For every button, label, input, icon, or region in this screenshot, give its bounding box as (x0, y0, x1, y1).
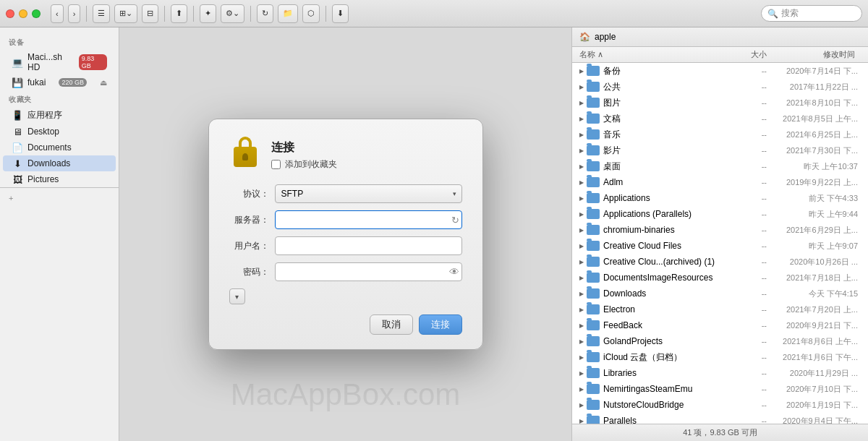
folder-action-button[interactable]: 📁 (278, 4, 298, 23)
table-row[interactable]: ▶ FeedBack -- 2020年9月21日 下... (572, 317, 868, 333)
protocol-select[interactable]: SFTP FTP FTPS WebDAV AFP SMB (275, 184, 462, 203)
file-modified: 2020年10月26日 ... (767, 257, 861, 267)
sidebar-item-desktop[interactable]: 🖥 Desktop (3, 124, 116, 140)
file-name: Parallels (603, 416, 723, 424)
protocol-row: 协议： SFTP FTP FTPS WebDAV AFP SMB (229, 184, 462, 203)
dialog-buttons: 取消 连接 (229, 314, 462, 335)
file-panel-columns: 名称 ∧ 大小 修改时间 (572, 47, 868, 63)
file-size: -- (723, 321, 767, 330)
table-row[interactable]: ▶ Downloads -- 今天 下午4:15 (572, 286, 868, 301)
table-row[interactable]: ▶ GolandProjects -- 2021年8月6日 上午... (572, 333, 868, 349)
table-row[interactable]: ▶ 桌面 -- 昨天 上午10:37 (572, 158, 868, 174)
search-box[interactable]: 🔍 搜索 (761, 5, 862, 22)
sidebar-item-downloads[interactable]: ⬇ Downloads (3, 155, 116, 171)
folder-icon (587, 145, 600, 155)
table-row[interactable]: ▶ iCloud 云盘（归档） -- 2021年1月6日 下午... (572, 349, 868, 365)
back-button[interactable]: ‹ (51, 4, 64, 23)
file-modified: 2020年7月14日 下... (767, 66, 861, 77)
forward-button[interactable]: › (68, 4, 81, 23)
file-modified: 2020年9月21日 下... (767, 320, 861, 331)
table-row[interactable]: ▶ Libraries -- 2020年11月29日 ... (572, 365, 868, 381)
expand-arrow: ▶ (579, 243, 587, 249)
settings-button[interactable]: ⚙⌄ (221, 4, 244, 23)
share-button[interactable]: ⬆ (171, 4, 187, 23)
sync-button[interactable]: ↻ (257, 4, 273, 23)
add-sidebar-item[interactable]: + (0, 187, 119, 208)
cancel-button[interactable]: 取消 (370, 314, 413, 335)
expand-arrow: ▶ (579, 338, 587, 345)
dialog-checkbox-row: 添加到收藏夹 (271, 158, 337, 171)
expand-arrow: ▶ (579, 179, 587, 186)
folder-icon (587, 368, 600, 378)
tags-button[interactable]: ✦ (200, 4, 216, 23)
table-row[interactable]: ▶ Adlm -- 2019年9月22日 上... (572, 174, 868, 190)
eject-icon[interactable]: ⏏ (100, 78, 107, 87)
file-size: -- (723, 401, 767, 409)
file-panel-footer: 41 项，9.83 GB 可用 (572, 424, 868, 441)
file-name: Applications (603, 193, 723, 203)
pictures-icon: 🖼 (12, 174, 23, 185)
sidebar-item-pictures[interactable]: 🖼 Pictures (3, 171, 116, 187)
traffic-lights (6, 9, 41, 18)
table-row[interactable]: ▶ Applications (Parallels) -- 昨天 上午9:44 (572, 206, 868, 222)
table-row[interactable]: ▶ NemirtingasSteamEmu -- 2020年7月10日 下... (572, 381, 868, 397)
password-row: 密码： 👁 (229, 262, 462, 281)
separator-5 (326, 6, 326, 22)
table-row[interactable]: ▶ Parallels -- 2020年9月4日 下午... (572, 413, 868, 424)
expand-button[interactable]: ▾ (229, 288, 245, 304)
file-name: 音乐 (603, 129, 723, 141)
file-modified: 2020年11月29日 ... (767, 368, 861, 379)
file-name: Creative Clou...(archived) (1) (603, 257, 723, 267)
col-name-header[interactable]: 名称 ∧ (579, 49, 723, 60)
file-modified: 昨天 上午10:37 (767, 161, 861, 172)
col-sort-arrow: ∧ (597, 50, 603, 59)
table-row[interactable]: ▶ 备份 -- 2020年7月14日 下... (572, 63, 868, 79)
table-row[interactable]: ▶ 图片 -- 2021年8月10日 下... (572, 95, 868, 111)
server-input[interactable] (275, 210, 462, 229)
sidebar-item-label: Maci...sh HD (27, 52, 75, 72)
table-row[interactable]: ▶ 文稿 -- 2021年8月5日 上午... (572, 111, 868, 127)
file-name: 文稿 (603, 113, 723, 125)
username-input[interactable] (275, 236, 462, 255)
view-columns-button[interactable]: ⊞⌄ (114, 4, 137, 23)
table-row[interactable]: ▶ Creative Cloud Files -- 昨天 上午9:07 (572, 238, 868, 254)
view-list-button[interactable]: ☰ (93, 4, 110, 23)
add-to-favorites-checkbox[interactable] (271, 160, 281, 169)
refresh-icon[interactable]: ↻ (451, 215, 459, 226)
sidebar-item-apps[interactable]: 📱 应用程序 (3, 107, 116, 124)
sidebar-item-documents[interactable]: 📄 Documents (3, 140, 116, 155)
table-row[interactable]: ▶ DocumentsImageResources -- 2021年7月18日 … (572, 270, 868, 286)
table-row[interactable]: ▶ Electron -- 2021年7月20日 上... (572, 301, 868, 317)
minimize-button[interactable] (19, 9, 27, 18)
file-size: -- (723, 369, 767, 377)
view-gallery-button[interactable]: ⊟ (142, 4, 158, 23)
table-row[interactable]: ▶ 音乐 -- 2021年6月25日 上... (572, 127, 868, 142)
table-row[interactable]: ▶ Creative Clou...(archived) (1) -- 2020… (572, 254, 868, 270)
download-button[interactable]: ⬇ (332, 4, 349, 23)
table-row[interactable]: ▶ NutstoreCloudBridge -- 2020年1月19日 下... (572, 397, 868, 413)
action2-button[interactable]: ⬡ (302, 4, 320, 23)
file-name: 影片 (603, 145, 723, 157)
table-row[interactable]: ▶ 影片 -- 2021年7月30日 下... (572, 142, 868, 158)
maximize-button[interactable] (32, 9, 41, 18)
password-input[interactable] (275, 262, 462, 281)
username-input-wrap (275, 236, 462, 255)
file-panel-title: apple (595, 32, 616, 42)
documents-icon: 📄 (12, 142, 23, 153)
table-row[interactable]: ▶ 公共 -- 2017年11月22日 ... (572, 79, 868, 95)
file-size: -- (723, 162, 767, 171)
close-button[interactable] (6, 9, 14, 18)
col-size-header[interactable]: 大小 (723, 49, 767, 60)
connect-button[interactable]: 连接 (419, 314, 462, 335)
folder-icon (587, 288, 600, 299)
col-modified-header[interactable]: 修改时间 (767, 49, 861, 60)
table-row[interactable]: ▶ chromium-binaries -- 2021年6月29日 上... (572, 222, 868, 238)
sidebar-item-macintosh[interactable]: 💻 Maci...sh HD 9.83 GB (3, 50, 116, 74)
show-password-icon[interactable]: 👁 (449, 266, 459, 278)
username-label: 用户名： (229, 240, 269, 252)
sidebar-item-fukai[interactable]: 💾 fukai 220 GB ⏏ (3, 74, 116, 90)
file-modified: 2021年8月10日 下... (767, 98, 861, 108)
separator-2 (164, 6, 165, 22)
file-name: 公共 (603, 81, 723, 93)
table-row[interactable]: ▶ Applications -- 前天 下午4:33 (572, 190, 868, 206)
